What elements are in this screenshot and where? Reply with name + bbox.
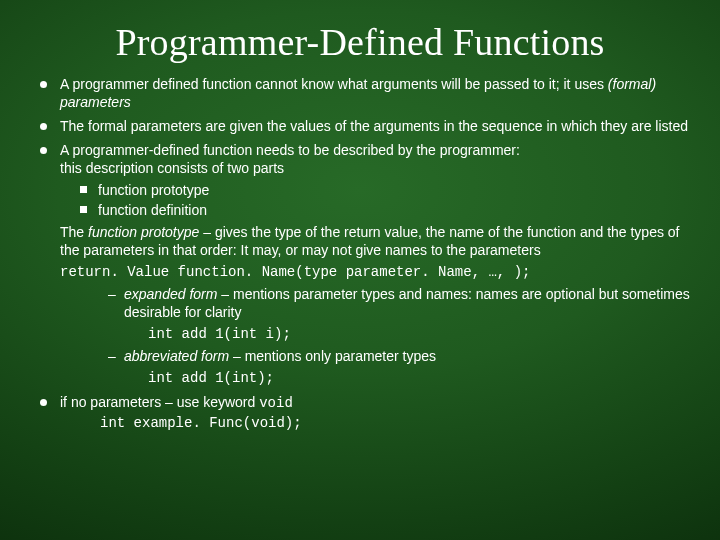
- abb-b: – mentions only parameter types: [229, 348, 436, 364]
- bullet-4-code: int example. Func(void);: [100, 415, 690, 433]
- exp-a: expanded form: [124, 286, 217, 302]
- expanded-code: int add 1(int i);: [148, 326, 690, 344]
- sub-bullet-2: function definition: [78, 202, 690, 220]
- sub-bullet-1: function prototype: [78, 182, 690, 200]
- bullet-4: if no parameters – use keyword void int …: [38, 394, 690, 433]
- sub-bullet-2-text: function definition: [98, 202, 207, 218]
- bullet-2-text: The formal parameters are given the valu…: [60, 118, 688, 134]
- prototype-code: return. Value function. Name(type parame…: [60, 264, 690, 282]
- sub-bullet-list: function prototype function definition: [78, 182, 690, 221]
- expanded-form: expanded form – mentions parameter types…: [108, 286, 690, 322]
- sub-bullet-1-text: function prototype: [98, 182, 209, 198]
- bullet-3-text: A programmer-defined function needs to b…: [60, 142, 520, 176]
- bullet-1: A programmer defined function cannot kno…: [38, 76, 690, 112]
- abbreviated-code: int add 1(int);: [148, 370, 690, 388]
- slide: Programmer-Defined Functions A programme…: [0, 0, 720, 540]
- bullet-2: The formal parameters are given the valu…: [38, 118, 690, 136]
- bullet-list: A programmer defined function cannot kno…: [30, 76, 690, 432]
- prototype-desc: The function prototype – gives the type …: [60, 224, 690, 260]
- abb-a: abbreviated form: [124, 348, 229, 364]
- slide-title: Programmer-Defined Functions: [30, 20, 690, 64]
- bullet-4-text-a: if no parameters – use keyword: [60, 394, 259, 410]
- bullet-1-text-a: A programmer defined function cannot kno…: [60, 76, 608, 92]
- proto-b: function prototype: [88, 224, 199, 240]
- bullet-4-text-b: void: [259, 395, 293, 411]
- abbreviated-form: abbreviated form – mentions only paramet…: [108, 348, 690, 366]
- proto-a: The: [60, 224, 88, 240]
- bullet-3: A programmer-defined function needs to b…: [38, 142, 690, 388]
